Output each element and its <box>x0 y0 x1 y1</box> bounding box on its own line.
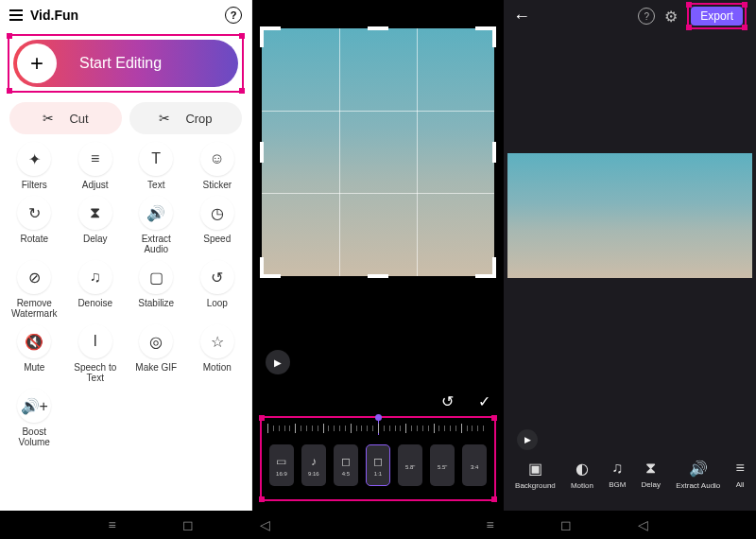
right-tool-label: Background <box>515 481 556 490</box>
back-icon[interactable]: ◁ <box>260 517 270 532</box>
tool-delay[interactable]: ⧗ Delay <box>65 196 127 254</box>
aspect-16-9[interactable]: ▭ 16:9 <box>269 444 294 486</box>
confirm-icon[interactable]: ✓ <box>478 392 490 410</box>
undo-icon[interactable]: ↺ <box>441 392 454 410</box>
export-label: Export <box>700 9 733 23</box>
tool-filters[interactable]: ✦ Filters <box>4 142 65 190</box>
tool-label: Extract Audio <box>129 234 183 254</box>
speech-to-text-icon: I <box>78 324 112 358</box>
right-tool-background[interactable]: ▣ Background <box>515 460 556 490</box>
tool-loop[interactable]: ↺ Loop <box>187 260 249 319</box>
rotate-icon: ↻ <box>17 196 51 230</box>
right-tool-all[interactable]: ≡ All <box>735 460 744 490</box>
right-tool-label: BGM <box>609 480 626 489</box>
tool-adjust[interactable]: ≡ Adjust <box>65 142 127 190</box>
tool-mute[interactable]: 🔇 Mute <box>4 324 65 383</box>
crop-grid-icon <box>262 28 494 276</box>
right-tool-extract-audio[interactable]: 🔊 Extract Audio <box>676 460 720 490</box>
tool-label: Motion <box>203 362 232 373</box>
aspect-icon: ♪ <box>311 455 317 468</box>
tool-rotate[interactable]: ↻ Rotate <box>4 196 65 254</box>
aspect-4-5[interactable]: ◻ 4:5 <box>334 444 358 486</box>
home-icon[interactable]: ◻ <box>560 517 572 532</box>
tool-boost-volume[interactable]: 🔊+ Boost Volume <box>4 389 65 447</box>
aspect-3-4[interactable]: 3:4 <box>462 444 487 486</box>
tool-sticker[interactable]: ☺ Sticker <box>187 142 249 190</box>
aspect-5-5-[interactable]: 5.5" <box>430 444 455 486</box>
aspect-1-1[interactable]: ◻ 1:1 <box>366 444 390 486</box>
make-gif-icon: ◎ <box>139 324 173 358</box>
tool-speech-to-text[interactable]: I Speech to Text <box>65 324 127 383</box>
tool-make-gif[interactable]: ◎ Make GIF <box>126 324 187 383</box>
tool-speed[interactable]: ◷ Speed <box>187 196 249 254</box>
sticker-icon: ☺ <box>200 142 234 176</box>
tool-label: Denoise <box>77 298 112 308</box>
tool-label: Mute <box>24 362 44 373</box>
right-tool-bgm[interactable]: ♫ BGM <box>609 460 626 490</box>
app-title: Vid.Fun <box>30 8 225 23</box>
tool-stabilize[interactable]: ▢ Stabilize <box>126 260 187 319</box>
tool-remove-watermark[interactable]: ⊘ Remove Watermark <box>4 260 65 319</box>
play-button[interactable]: ▶ <box>266 350 290 374</box>
tool-label: Speed <box>203 234 231 244</box>
tool-motion[interactable]: ☆ Motion <box>187 324 249 383</box>
home-icon[interactable]: ◻ <box>182 517 194 532</box>
right-tool-motion[interactable]: ◐ Motion <box>571 460 593 490</box>
cut-crop-row: ✂ Cut ✂ Crop <box>0 96 251 140</box>
recent-icon[interactable]: ≡ <box>108 517 115 532</box>
mute-icon: 🔇 <box>17 324 51 358</box>
filters-icon: ✦ <box>17 142 51 176</box>
menu-icon[interactable] <box>9 9 23 21</box>
tool-grid: ✦ Filters≡ AdjustT Text☺ Sticker↻ Rotate… <box>0 140 251 449</box>
tool-text[interactable]: T Text <box>126 142 187 190</box>
right-toolbar: ▣ Background◐ Motion♫ BGM⧗ Delay🔊 Extrac… <box>504 450 756 490</box>
back-icon[interactable]: ◁ <box>638 517 648 532</box>
tool-label: Boost Volume <box>7 426 61 447</box>
delay-icon: ⧗ <box>645 460 656 477</box>
help-icon[interactable]: ? <box>225 7 242 24</box>
help-icon[interactable]: ? <box>638 8 655 25</box>
right-tool-label: All <box>736 480 745 489</box>
cut-label: Cut <box>69 112 88 126</box>
tool-label: Text <box>147 180 164 190</box>
background-icon: ▣ <box>528 460 542 478</box>
start-editing-highlight: + Start Editing <box>8 34 244 93</box>
start-editing-button[interactable]: + Start Editing <box>13 40 238 87</box>
back-icon[interactable]: ← <box>513 7 628 26</box>
speed-icon: ◷ <box>200 196 234 230</box>
crop-button[interactable]: ✂ Crop <box>129 102 242 134</box>
aspect-9-16[interactable]: ♪ 9:16 <box>301 444 326 486</box>
right-tool-label: Delay <box>642 480 661 489</box>
right-video-preview[interactable] <box>507 153 752 278</box>
denoise-icon: ♫ <box>78 260 112 294</box>
video-preview[interactable] <box>262 28 494 276</box>
timeline-ruler[interactable] <box>267 422 489 439</box>
recent-icon[interactable]: ≡ <box>486 517 493 532</box>
export-button[interactable]: Export <box>691 7 743 26</box>
right-tool-delay[interactable]: ⧗ Delay <box>642 460 661 490</box>
tool-label: Filters <box>22 180 47 190</box>
start-editing-label: Start Editing <box>79 55 162 72</box>
stabilize-icon: ▢ <box>139 260 173 294</box>
left-header: Vid.Fun ? <box>0 0 251 30</box>
aspect-label: 1:1 <box>374 471 382 477</box>
play-button[interactable]: ▶ <box>517 429 538 450</box>
tool-label: Adjust <box>82 180 109 190</box>
aspect-label: 9:16 <box>308 471 319 477</box>
tool-extract-audio[interactable]: 🔊 Extract Audio <box>126 196 187 254</box>
cut-button[interactable]: ✂ Cut <box>9 102 122 134</box>
remove-watermark-icon: ⊘ <box>17 260 51 294</box>
boost-volume-icon: 🔊+ <box>17 389 51 423</box>
plus-icon: + <box>17 43 57 83</box>
settings-icon[interactable]: ⚙ <box>664 8 678 26</box>
delay-icon: ⧗ <box>78 196 112 230</box>
loop-icon: ↺ <box>200 260 234 294</box>
adjust-icon: ≡ <box>78 142 112 176</box>
aspect-5-8-[interactable]: 5.8" <box>398 444 422 486</box>
bgm-icon: ♫ <box>611 460 623 477</box>
tool-denoise[interactable]: ♫ Denoise <box>65 260 127 319</box>
aspect-label: 4:5 <box>342 471 350 477</box>
aspect-label: 16:9 <box>276 471 287 477</box>
crop-icon: ✂ <box>159 111 170 126</box>
mid-panel: ▶ ↺ ✓ ▭ 16:9♪ 9:16◻ 4:5◻ 1:1 5.8" 5.5" 3… <box>252 0 504 511</box>
